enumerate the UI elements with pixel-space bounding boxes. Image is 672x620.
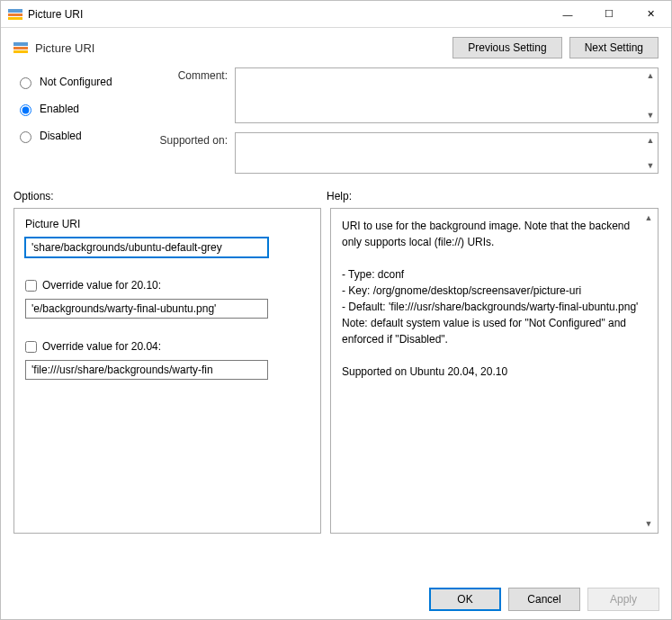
next-setting-button[interactable]: Next Setting <box>569 37 659 58</box>
override-2010-label: Override value for 20.10: <box>42 279 161 292</box>
svg-rect-4 <box>13 47 28 49</box>
scroll-down-icon[interactable]: ▼ <box>645 160 656 171</box>
footer-buttons: OK Cancel Apply <box>429 588 659 611</box>
options-panel: Picture URI Override value for 20.10: Ov… <box>13 208 321 534</box>
apply-button[interactable]: Apply <box>587 588 659 611</box>
radio-disabled-label: Disabled <box>40 130 82 142</box>
svg-rect-2 <box>8 17 22 20</box>
supported-on-label: Supported on: <box>148 132 228 147</box>
svg-rect-5 <box>13 50 28 53</box>
help-text: URI to use for the background image. Not… <box>342 218 647 380</box>
radio-enabled-label: Enabled <box>40 103 79 115</box>
window-title: Picture URI <box>28 8 547 21</box>
cancel-button[interactable]: Cancel <box>508 588 580 611</box>
scroll-up-icon[interactable]: ▲ <box>643 212 654 223</box>
options-label: Options: <box>13 190 327 202</box>
help-panel: URI to use for the background image. Not… <box>330 208 659 534</box>
svg-rect-3 <box>13 42 28 46</box>
svg-rect-1 <box>8 13 22 16</box>
ok-button[interactable]: OK <box>429 588 501 611</box>
page-title: Picture URI <box>35 41 94 55</box>
maximize-button[interactable]: ☐ <box>588 1 630 27</box>
policy-icon <box>13 40 28 55</box>
scroll-down-icon[interactable]: ▼ <box>643 518 654 529</box>
radio-not-configured[interactable] <box>20 77 31 89</box>
override-2010-input[interactable] <box>25 299 268 319</box>
titlebar: Picture URI — ☐ ✕ <box>1 1 671 28</box>
previous-setting-button[interactable]: Previous Setting <box>452 37 561 58</box>
override-2004-checkbox[interactable] <box>25 341 37 353</box>
comment-label: Comment: <box>148 67 228 82</box>
picture-uri-label: Picture URI <box>25 218 309 230</box>
override-2010-checkbox[interactable] <box>25 280 37 292</box>
radio-not-configured-label: Not Configured <box>40 76 112 88</box>
override-2004-label: Override value for 20.04: <box>42 340 161 353</box>
state-radio-group: Not Configured Enabled Disabled <box>13 67 139 174</box>
scroll-up-icon[interactable]: ▲ <box>645 70 656 81</box>
close-button[interactable]: ✕ <box>630 1 671 27</box>
minimize-button[interactable]: — <box>547 1 588 27</box>
svg-rect-0 <box>8 9 22 13</box>
comment-field[interactable]: ▲ ▼ <box>235 67 659 123</box>
picture-uri-input[interactable] <box>25 238 268 257</box>
scroll-down-icon[interactable]: ▼ <box>645 110 656 121</box>
app-icon <box>8 7 22 22</box>
override-2004-input[interactable] <box>25 360 268 380</box>
radio-disabled[interactable] <box>20 131 31 143</box>
help-label: Help: <box>327 190 659 202</box>
scroll-up-icon[interactable]: ▲ <box>645 135 656 146</box>
supported-on-field[interactable]: ▲ ▼ <box>235 132 659 174</box>
radio-enabled[interactable] <box>20 104 31 116</box>
